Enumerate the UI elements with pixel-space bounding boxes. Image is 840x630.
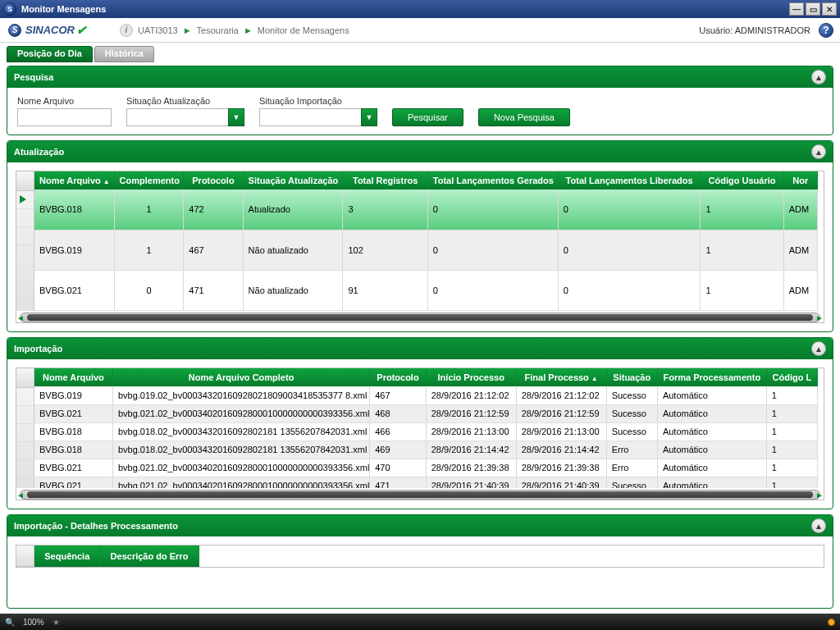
horizontal-scrollbar[interactable]: ◄ ► xyxy=(20,490,820,500)
col-situacao[interactable]: Situação xyxy=(606,368,657,386)
table-row[interactable]: BVBG.019bvbg.019.02_bv000343201609280218… xyxy=(34,386,818,404)
combo-situacao-atualizacao[interactable] xyxy=(126,108,229,126)
collapse-button[interactable]: ▲ xyxy=(811,518,826,533)
row-selector[interactable] xyxy=(16,388,34,406)
help-icon[interactable]: ? xyxy=(819,23,833,38)
sort-asc-icon: ▲ xyxy=(103,178,110,185)
table-row[interactable]: BVBG.021bvbg.021.02_bv000340201609280001… xyxy=(34,404,818,422)
row-selector[interactable] xyxy=(16,478,34,488)
col-inicio-processo[interactable]: Início Processo xyxy=(426,368,516,386)
panel-title: Pesquisa xyxy=(14,72,53,82)
panel-title: Importação xyxy=(14,344,62,354)
row-selector-column xyxy=(16,171,34,311)
table-row[interactable]: BVBG.0191 467Não atualizado 1020 01 ADM xyxy=(34,230,818,270)
col-nome-completo[interactable]: Nome Arquivo Completo xyxy=(112,368,369,386)
table-row[interactable]: BVBG.0210 471Não atualizado 910 01 ADM xyxy=(34,270,818,310)
status-indicator-icon xyxy=(828,619,835,626)
row-selector[interactable] xyxy=(16,227,34,245)
row-selector-column xyxy=(16,368,34,488)
magnifier-icon[interactable]: 🔍 xyxy=(5,618,15,627)
tab-posicao-do-dia[interactable]: Posição do Dia xyxy=(7,46,93,62)
col-nome-arquivo[interactable]: Nome Arquivo▲ xyxy=(34,171,114,189)
zoom-value: 100% xyxy=(23,618,44,627)
panel-title: Atualização xyxy=(14,147,64,157)
label-situacao-importacao: Situação Importação xyxy=(259,96,377,106)
brand-logo: S SINACOR ✔ xyxy=(8,23,87,38)
col-final-processo[interactable]: Final Processo▲ xyxy=(516,368,606,386)
breadcrumb: i UATI3013 ► Tesouraria ► Monitor de Men… xyxy=(120,24,349,37)
table-row[interactable]: BVBG.021bvbg.021.02_bv000340201609280001… xyxy=(34,477,818,488)
col-nor[interactable]: Nor xyxy=(783,171,817,189)
chevron-right-icon: ► xyxy=(183,25,192,35)
row-selector[interactable] xyxy=(16,460,34,478)
col-total-lancamentos-liberados[interactable]: Total Lançamentos Liberados xyxy=(558,171,701,189)
row-selector[interactable] xyxy=(16,191,34,209)
row-selector[interactable] xyxy=(16,424,34,442)
user-label: Usuário: ADMINISTRADOR xyxy=(699,25,810,35)
collapse-button[interactable]: ▲ xyxy=(811,70,826,84)
col-codigo[interactable]: Código L xyxy=(766,368,817,386)
horizontal-scrollbar[interactable]: ◄ ► xyxy=(20,313,820,322)
scroll-right-icon[interactable]: ► xyxy=(815,490,824,500)
sort-asc-icon: ▲ xyxy=(591,375,598,382)
minimize-button[interactable]: — xyxy=(789,2,804,16)
scroll-left-icon[interactable]: ◄ xyxy=(16,490,25,500)
detalhes-table[interactable]: Sequência Descrição do Erro xyxy=(34,546,199,567)
close-button[interactable]: ✕ xyxy=(822,2,837,16)
scrollbar-thumb[interactable] xyxy=(27,491,813,498)
tab-historica[interactable]: Histórica xyxy=(94,46,154,62)
col-codigo-usuario[interactable]: Código Usuário xyxy=(701,171,783,189)
collapse-button[interactable]: ▲ xyxy=(811,144,826,159)
combo-situacao-importacao[interactable] xyxy=(259,108,362,126)
col-forma-processamento[interactable]: Forma Processamento xyxy=(657,368,766,386)
table-row[interactable]: BVBG.0181 472Atualizado 30 01 ADM xyxy=(34,189,818,230)
label-situacao-atualizacao: Situação Atualização xyxy=(126,96,244,106)
breadcrumb-item[interactable]: Monitor de Mensagens xyxy=(258,25,349,35)
row-selector[interactable] xyxy=(16,442,34,460)
col-nome-arquivo[interactable]: Nome Arquivo xyxy=(34,368,112,386)
app-header: S SINACOR ✔ i UATI3013 ► Tesouraria ► Mo… xyxy=(0,18,840,43)
scrollbar-thumb[interactable] xyxy=(27,314,813,321)
col-protocolo[interactable]: Protocolo xyxy=(184,171,243,189)
window-title: Monitor Mensagens xyxy=(21,4,789,14)
col-total-lancamentos-gerados[interactable]: Total Lançamentos Gerados xyxy=(427,171,558,189)
maximize-button[interactable]: ▭ xyxy=(806,2,820,16)
col-complemento[interactable]: Complemento xyxy=(114,171,184,189)
importacao-table[interactable]: Nome Arquivo Nome Arquivo Completo Proto… xyxy=(34,368,818,488)
table-row[interactable]: BVBG.018bvbg.018.02_bv000343201609280218… xyxy=(34,422,818,441)
scroll-right-icon[interactable]: ► xyxy=(815,313,824,322)
nova-pesquisa-button[interactable]: Nova Pesquisa xyxy=(478,108,570,126)
breadcrumb-item[interactable]: UATI3013 xyxy=(138,25,178,35)
pesquisar-button[interactable]: Pesquisar xyxy=(392,108,463,126)
panel-detalhes-processamento: Importação - Detalhes Processamento ▲ Se… xyxy=(7,514,833,609)
col-protocolo[interactable]: Protocolo xyxy=(370,368,426,386)
col-descricao-erro[interactable]: Descrição do Erro xyxy=(100,546,199,567)
scroll-left-icon[interactable]: ◄ xyxy=(16,313,25,322)
row-selector[interactable] xyxy=(16,406,34,424)
tab-bar: Posição do Dia Histórica xyxy=(7,46,833,62)
breadcrumb-item[interactable]: Tesouraria xyxy=(197,25,239,35)
status-bar: 🔍 100% ★ xyxy=(0,614,840,630)
brand-text: SINACOR xyxy=(25,24,75,36)
dropdown-button[interactable]: ▼ xyxy=(361,108,377,126)
collapse-button[interactable]: ▲ xyxy=(811,341,826,356)
atualizacao-table[interactable]: Nome Arquivo▲ Complemento Protocolo Situ… xyxy=(34,171,818,311)
panel-title: Importação - Detalhes Processamento xyxy=(14,521,178,531)
col-total-registros[interactable]: Total Registros xyxy=(343,171,427,189)
label-nome-arquivo: Nome Arquivo xyxy=(17,96,112,106)
app-icon: S xyxy=(3,2,16,16)
input-nome-arquivo[interactable] xyxy=(17,108,112,126)
panel-pesquisa: Pesquisa ▲ Nome Arquivo Situação Atualiz… xyxy=(7,66,833,135)
brand-icon: S xyxy=(8,24,21,37)
chevron-right-icon: ► xyxy=(244,25,253,35)
table-row[interactable]: BVBG.018bvbg.018.02_bv000343201609280218… xyxy=(34,441,818,459)
col-situacao-atualizacao[interactable]: Situação Atualização xyxy=(243,171,343,189)
star-icon[interactable]: ★ xyxy=(52,618,60,627)
dropdown-button[interactable]: ▼ xyxy=(228,108,244,126)
panel-atualizacao: Atualização ▲ xyxy=(7,140,833,332)
row-selector[interactable] xyxy=(16,209,34,227)
col-sequencia[interactable]: Sequência xyxy=(34,546,100,567)
table-row[interactable]: BVBG.021bvbg.021.02_bv000340201609280001… xyxy=(34,459,818,477)
info-icon[interactable]: i xyxy=(120,24,133,37)
panel-importacao: Importação ▲ xyxy=(7,337,833,509)
